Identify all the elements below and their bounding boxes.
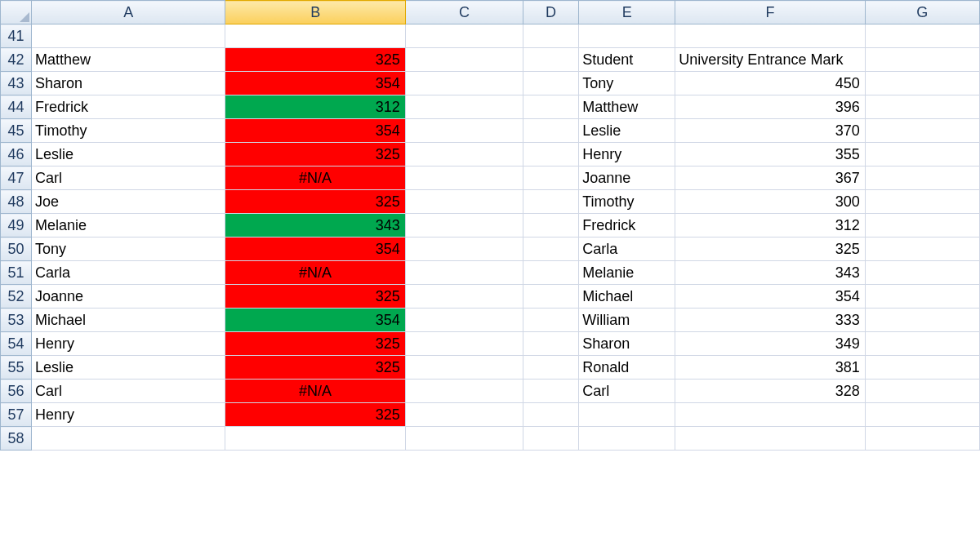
- cell[interactable]: 381: [675, 356, 865, 380]
- cell[interactable]: [523, 24, 579, 48]
- row-header[interactable]: 44: [1, 95, 32, 119]
- cell[interactable]: [405, 427, 523, 451]
- cell[interactable]: [405, 143, 523, 166]
- cell[interactable]: [405, 285, 523, 309]
- cell[interactable]: [579, 427, 675, 451]
- cell[interactable]: [405, 237, 523, 261]
- cell[interactable]: 312: [225, 95, 405, 119]
- cell[interactable]: [523, 166, 579, 190]
- cell[interactable]: [405, 24, 523, 48]
- col-header-D[interactable]: D: [523, 1, 579, 24]
- cell[interactable]: 325: [225, 143, 405, 166]
- cell[interactable]: 354: [225, 119, 405, 143]
- cell[interactable]: 325: [675, 237, 865, 261]
- cell[interactable]: Ronald: [579, 356, 675, 380]
- cell[interactable]: [865, 48, 979, 72]
- cell[interactable]: Carla: [579, 237, 675, 261]
- cell[interactable]: [523, 427, 579, 451]
- cell[interactable]: [523, 143, 579, 166]
- cell[interactable]: [523, 380, 579, 403]
- row-header[interactable]: 47: [1, 166, 32, 190]
- cell[interactable]: Henry: [32, 403, 225, 427]
- cell[interactable]: 354: [225, 237, 405, 261]
- cell[interactable]: 354: [225, 72, 405, 95]
- cell[interactable]: [225, 427, 405, 451]
- cell[interactable]: Carl: [32, 380, 225, 403]
- cell[interactable]: Joanne: [579, 166, 675, 190]
- cell[interactable]: [865, 95, 979, 119]
- cell[interactable]: [865, 72, 979, 95]
- row-header[interactable]: 46: [1, 143, 32, 166]
- cell[interactable]: Tony: [32, 237, 225, 261]
- cell[interactable]: Carl: [32, 166, 225, 190]
- cell[interactable]: [523, 285, 579, 309]
- cell[interactable]: 325: [225, 332, 405, 356]
- cell[interactable]: [865, 261, 979, 285]
- cell[interactable]: [523, 48, 579, 72]
- cell[interactable]: [405, 309, 523, 332]
- row-header[interactable]: 50: [1, 237, 32, 261]
- cell[interactable]: [865, 356, 979, 380]
- cell[interactable]: [405, 95, 523, 119]
- spreadsheet-grid[interactable]: A B C D E F G 41 42Matthew325StudentUniv…: [0, 0, 980, 451]
- row-header[interactable]: 52: [1, 285, 32, 309]
- cell[interactable]: Matthew: [579, 95, 675, 119]
- col-header-B[interactable]: B: [225, 1, 405, 24]
- row-header[interactable]: 43: [1, 72, 32, 95]
- cell[interactable]: 355: [675, 143, 865, 166]
- cell[interactable]: 367: [675, 166, 865, 190]
- cell[interactable]: [523, 309, 579, 332]
- cell[interactable]: [865, 143, 979, 166]
- cell[interactable]: Joe: [32, 190, 225, 214]
- cell[interactable]: Sharon: [32, 72, 225, 95]
- cell[interactable]: Henry: [32, 332, 225, 356]
- cell[interactable]: [675, 427, 865, 451]
- row-header[interactable]: 42: [1, 48, 32, 72]
- cell[interactable]: [865, 380, 979, 403]
- cell[interactable]: #N/A: [225, 380, 405, 403]
- cell[interactable]: 450: [675, 72, 865, 95]
- cell[interactable]: [405, 332, 523, 356]
- select-all-corner[interactable]: [1, 1, 32, 24]
- cell[interactable]: Leslie: [579, 119, 675, 143]
- cell[interactable]: [865, 119, 979, 143]
- col-header-F[interactable]: F: [675, 1, 865, 24]
- cell[interactable]: [579, 24, 675, 48]
- row-header[interactable]: 41: [1, 24, 32, 48]
- cell[interactable]: Michael: [579, 285, 675, 309]
- col-header-A[interactable]: A: [32, 1, 225, 24]
- cell[interactable]: Timothy: [579, 190, 675, 214]
- cell[interactable]: 325: [225, 356, 405, 380]
- cell[interactable]: Fredrick: [32, 95, 225, 119]
- cell[interactable]: [675, 24, 865, 48]
- cell[interactable]: 343: [225, 214, 405, 237]
- cell[interactable]: [865, 309, 979, 332]
- cell[interactable]: Henry: [579, 143, 675, 166]
- cell[interactable]: [405, 119, 523, 143]
- cell[interactable]: [523, 356, 579, 380]
- cell[interactable]: 300: [675, 190, 865, 214]
- cell[interactable]: [865, 190, 979, 214]
- cell[interactable]: 354: [225, 309, 405, 332]
- cell[interactable]: Melanie: [32, 214, 225, 237]
- cell[interactable]: 343: [675, 261, 865, 285]
- cell[interactable]: [405, 380, 523, 403]
- cell[interactable]: [523, 332, 579, 356]
- cell[interactable]: Matthew: [32, 48, 225, 72]
- cell[interactable]: 333: [675, 309, 865, 332]
- cell[interactable]: [523, 237, 579, 261]
- cell[interactable]: Tony: [579, 72, 675, 95]
- cell[interactable]: [865, 166, 979, 190]
- cell[interactable]: 325: [225, 285, 405, 309]
- cell[interactable]: William: [579, 309, 675, 332]
- cell[interactable]: Carl: [579, 380, 675, 403]
- cell[interactable]: University Entrance Mark: [675, 48, 865, 72]
- cell[interactable]: Sharon: [579, 332, 675, 356]
- cell[interactable]: Fredrick: [579, 214, 675, 237]
- row-header[interactable]: 48: [1, 190, 32, 214]
- row-header[interactable]: 49: [1, 214, 32, 237]
- cell[interactable]: Student: [579, 48, 675, 72]
- cell[interactable]: 370: [675, 119, 865, 143]
- cell[interactable]: [865, 214, 979, 237]
- cell[interactable]: [225, 24, 405, 48]
